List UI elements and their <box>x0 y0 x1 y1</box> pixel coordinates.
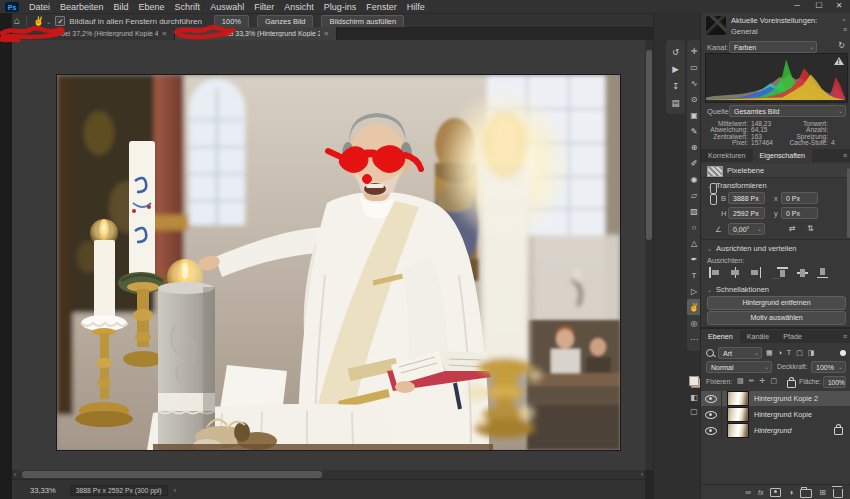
filter-type-layers[interactable]: T <box>787 349 791 357</box>
layer-thumbnail[interactable] <box>727 391 749 406</box>
libraries-panel[interactable]: ▤ <box>666 94 685 111</box>
lock-all-icon[interactable] <box>787 380 796 388</box>
filter-type-select[interactable]: Art ⌄ <box>718 347 762 359</box>
layer-visibility-icon[interactable] <box>705 395 717 403</box>
panel-menu-icon[interactable]: ≡ <box>843 149 847 162</box>
history-panel[interactable]: ↺ <box>666 43 685 60</box>
y-field[interactable]: 0 Px <box>781 207 818 219</box>
pen-tool[interactable]: ✒ <box>687 251 701 267</box>
menu-item[interactable]: Auswahl <box>205 2 249 12</box>
filter-smart-objects[interactable]: ◨ <box>808 349 815 357</box>
menu-item[interactable]: Schrift <box>170 2 206 12</box>
close-tab-icon[interactable]: ✕ <box>324 30 329 38</box>
layer-row-hintergrund-kopie-2[interactable]: Hintergrund Kopie 2 <box>701 391 850 406</box>
document-tab-1[interactable]: bei 37,2% (Hintergrund Kopie 4, RGB/8) *… <box>12 27 175 40</box>
layer-thumbnail[interactable] <box>727 407 749 422</box>
marquee-tool[interactable]: ▭ <box>687 59 701 75</box>
gradient-tool[interactable]: ▨ <box>687 203 701 219</box>
actions-panel[interactable]: ▶ <box>666 60 685 77</box>
tab-ebenen[interactable]: Ebenen <box>701 330 740 343</box>
home-icon[interactable]: ⌂ <box>14 16 20 26</box>
layer-row-hintergrund[interactable]: Hintergrund <box>701 423 850 438</box>
blur-tool[interactable]: ○ <box>687 219 701 235</box>
layer-style-icon[interactable]: fx <box>758 489 763 496</box>
add-mask-icon[interactable] <box>770 488 781 497</box>
zoom-tool[interactable]: ◎ <box>687 315 701 331</box>
menu-item[interactable]: Ansicht <box>279 2 319 12</box>
screen-mode-icon[interactable]: ▢ <box>687 407 701 416</box>
eraser-tool[interactable]: ▱ <box>687 187 701 203</box>
brush-tool[interactable]: ✐ <box>687 155 701 171</box>
object-selection-tool[interactable]: ⊙ <box>687 91 701 107</box>
opacity-field[interactable]: 100% ⌄ <box>811 361 846 373</box>
close-tab-icon[interactable]: ✕ <box>162 30 167 38</box>
more-options-dots[interactable]: ··· <box>701 274 850 283</box>
menu-item[interactable]: Bild <box>109 2 134 12</box>
quick-actions-header[interactable]: ⌄Schnellaktionen <box>707 285 769 294</box>
height-field[interactable]: 2592 Px <box>728 207 765 219</box>
scrollbar-thumb[interactable] <box>646 50 652 240</box>
menu-item[interactable]: Plug-ins <box>319 2 362 12</box>
canvas-photo[interactable] <box>57 75 620 450</box>
flip-horizontal-icon[interactable]: ⇄ <box>789 224 796 233</box>
scrollbar-thumb[interactable] <box>22 471 322 478</box>
minimize-button[interactable]: ─ <box>788 0 806 13</box>
menu-item[interactable]: Datei <box>24 2 55 12</box>
new-group-icon[interactable] <box>800 489 812 498</box>
tab-kanaele[interactable]: Kanäle <box>740 330 776 343</box>
layer-row-hintergrund-kopie[interactable]: Hintergrund Kopie <box>701 407 850 422</box>
canvas-vertical-scrollbar[interactable] <box>645 40 653 470</box>
canvas-horizontal-scrollbar[interactable]: ‹ › <box>12 470 645 479</box>
export-panel[interactable]: ↧ <box>666 77 685 94</box>
remove-background-button[interactable]: Hintergrund entfernen <box>707 296 846 310</box>
scroll-right-arrow[interactable]: › <box>641 470 643 479</box>
path-selection-tool[interactable]: ▷ <box>687 283 701 299</box>
crop-tool[interactable]: ▣ <box>687 107 701 123</box>
tab-pfade[interactable]: Pfade <box>776 330 809 343</box>
document-tab-2[interactable]: bei 33,3% (Hintergrund Kopie 2, RGB/8) *… <box>175 27 337 40</box>
refresh-icon[interactable]: ↻ <box>838 41 845 50</box>
tab-korrekturen[interactable]: Korrekturen <box>701 149 753 162</box>
move-tool[interactable]: ✛ <box>687 43 701 59</box>
maximize-button[interactable]: ☐ <box>810 0 828 13</box>
filter-pixel-layers[interactable]: ▦ <box>766 349 773 357</box>
canvas-pasteboard[interactable] <box>12 40 645 470</box>
layer-visibility-icon[interactable] <box>705 427 717 435</box>
fill-screen-button[interactable]: Bildschirm ausfüllen <box>321 15 404 28</box>
healing-brush-tool[interactable]: ⊕ <box>687 139 701 155</box>
layer-visibility-icon[interactable] <box>705 411 717 419</box>
lock-pixels[interactable]: ✏ <box>749 377 755 385</box>
fit-screen-button[interactable]: Ganzes Bild <box>257 15 313 28</box>
preset-thumbnail[interactable] <box>706 16 726 35</box>
align-section-header[interactable]: ⌄Ausrichten und verteilen <box>707 244 797 253</box>
menu-item[interactable]: Ebene <box>134 2 170 12</box>
status-popup-arrow[interactable]: › <box>174 486 177 495</box>
select-subject-button[interactable]: Motiv auswählen <box>707 311 846 325</box>
delete-layer-icon[interactable] <box>833 489 843 498</box>
foreground-color-swatch[interactable] <box>689 376 699 386</box>
flip-vertical-icon[interactable]: ⇅ <box>807 224 814 233</box>
adjustment-layer-icon[interactable]: ◑ <box>788 488 793 497</box>
menu-item[interactable]: Bearbeiten <box>55 2 109 12</box>
menu-item[interactable]: Hilfe <box>402 2 430 12</box>
panel-menu-icon[interactable]: ≡ <box>843 330 847 343</box>
type-tool[interactable]: T <box>687 267 701 283</box>
filter-toggle[interactable] <box>840 350 846 356</box>
lock-position[interactable]: ✛ <box>760 377 766 385</box>
layer-thumbnail[interactable] <box>727 423 749 438</box>
close-button[interactable]: ✕ <box>830 0 848 13</box>
quick-mask-icon[interactable]: ◧ <box>687 393 701 402</box>
fill-field[interactable]: 100% <box>823 376 846 388</box>
scroll-all-windows-checkbox[interactable]: ✓ <box>55 16 65 26</box>
link-layers-icon[interactable]: ∞ <box>745 488 751 497</box>
scroll-left-arrow[interactable]: ‹ <box>14 470 16 479</box>
lock-transparency[interactable]: ▨ <box>737 377 744 385</box>
more-tools[interactable]: ⋯ <box>687 331 701 347</box>
lasso-tool[interactable]: ∿ <box>687 75 701 91</box>
filter-shape-layers[interactable]: ▢ <box>796 349 803 357</box>
tab-eigenschaften[interactable]: Eigenschaften <box>753 149 813 162</box>
angle-field[interactable]: 0,00° ⌄ <box>728 223 765 235</box>
filter-adjustment-layers[interactable]: ◑ <box>778 349 782 357</box>
hand-tool[interactable]: ✌ <box>687 299 701 315</box>
eyedropper-tool[interactable]: ✎ <box>687 123 701 139</box>
